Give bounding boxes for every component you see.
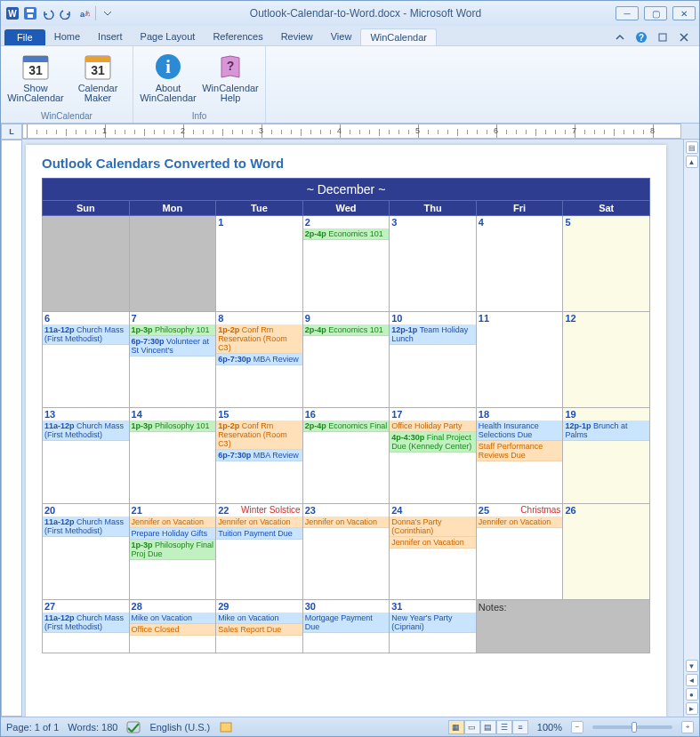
calendar-event[interactable]: Health Insurance Selections Due: [477, 421, 563, 441]
wincalendar-help-button[interactable]: ? WinCalendarHelp: [203, 50, 258, 110]
calendar-event[interactable]: Prepare Holiday Gifts: [130, 528, 216, 540]
calendar-event[interactable]: 4p-4:30p Final Project Due (Kennedy Cent…: [390, 432, 476, 453]
vertical-scrollbar[interactable]: ▤ ▲ ▼ ◄ ● ►: [683, 140, 699, 717]
calendar-event[interactable]: Mike on Vacation: [130, 613, 216, 624]
calendar-cell[interactable]: 1912p-1p Brunch at Palms: [563, 408, 650, 504]
tab-view[interactable]: View: [322, 28, 361, 45]
ruler-toggle-icon[interactable]: ▤: [686, 141, 698, 154]
calendar-event[interactable]: 12p-1p Team Holiday Lunch: [390, 324, 476, 345]
calendar-event[interactable]: Mike on Vacation: [216, 613, 302, 624]
notes-cell[interactable]: Notes:: [476, 600, 649, 653]
zoom-level[interactable]: 100%: [537, 722, 562, 733]
calendar-cell[interactable]: 21Jennifer on VacationPrepare Holiday Gi…: [129, 504, 216, 600]
prev-page-icon[interactable]: ◄: [686, 674, 698, 686]
calendar-cell[interactable]: 71p-3p Philosophy 1016p-7:30p Volunteer …: [129, 312, 216, 408]
calendar-event[interactable]: 12p-1p Brunch at Palms: [563, 421, 649, 441]
help-icon[interactable]: ?: [633, 29, 649, 45]
calendar-cell[interactable]: 26: [563, 504, 650, 600]
outline-view[interactable]: ☰: [496, 720, 512, 734]
page-status[interactable]: Page: 1 of 1: [6, 722, 59, 733]
undo-icon[interactable]: [40, 5, 56, 21]
minimize-button[interactable]: ─: [616, 6, 639, 20]
calendar-cell[interactable]: 11: [476, 312, 563, 408]
scroll-up-icon[interactable]: ▲: [686, 156, 698, 168]
calendar-event[interactable]: 11a-12p Church Mass (First Methodist): [43, 613, 129, 633]
redo-icon[interactable]: [58, 5, 74, 21]
calendar-event[interactable]: 1p-3p Philosophy 101: [130, 324, 216, 336]
calendar-event[interactable]: 1p-2p Conf Rm Reservation (Room C3): [216, 324, 302, 354]
calendar-event[interactable]: Jennifer on Vacation: [303, 517, 390, 528]
calendar-cell[interactable]: 25ChristmasJennifer on Vacation: [476, 504, 563, 600]
fullscreen-view[interactable]: ▭: [464, 720, 480, 734]
horizontal-ruler[interactable]: 12345678: [22, 124, 681, 139]
calendar-cell[interactable]: 81p-2p Conf Rm Reservation (Room C3)6p-7…: [216, 312, 303, 408]
calendar-event[interactable]: 11a-12p Church Mass (First Methodist): [43, 517, 129, 537]
calendar-event[interactable]: 6p-7:30p MBA Review: [216, 450, 302, 461]
calendar-cell[interactable]: 162p-4p Economics Final: [302, 408, 390, 504]
close-button[interactable]: ✕: [672, 6, 696, 20]
calendar-event[interactable]: Mortgage Payment Due: [303, 613, 390, 633]
calendar-cell[interactable]: 611a-12p Church Mass (First Methodist): [43, 312, 130, 408]
calendar-event[interactable]: 11a-12p Church Mass (First Methodist): [43, 421, 129, 441]
calendar-cell[interactable]: 1311a-12p Church Mass (First Methodist): [43, 408, 130, 504]
calendar-cell[interactable]: 141p-3p Philosophy 101: [129, 408, 216, 504]
calendar-cell[interactable]: 12: [563, 312, 650, 408]
calendar-cell[interactable]: 28Mike on VacationOffice Closed: [129, 600, 216, 653]
calendar-event[interactable]: 6p-7:30p Volunteer at St Vincent's: [130, 336, 216, 356]
calendar-cell[interactable]: 2011a-12p Church Mass (First Methodist): [43, 504, 130, 600]
calendar-event[interactable]: Staff Performance Reviews Due: [477, 441, 563, 461]
calendar-event[interactable]: Office Holiday Party: [390, 421, 476, 432]
calendar-cell[interactable]: 22p-4p Economics 101: [302, 216, 390, 312]
calendar-cell[interactable]: 31New Year's Party (Cipriani): [390, 600, 477, 653]
calendar-cell[interactable]: 18Health Insurance Selections DueStaff P…: [476, 408, 563, 504]
calendar-event[interactable]: 2p-4p Economics Final: [303, 421, 390, 432]
word-icon[interactable]: W: [4, 5, 20, 21]
show-wincalendar-button[interactable]: 31 ShowWinCalendar: [8, 50, 63, 110]
calendar-event[interactable]: 1p-2p Conf Rm Reservation (Room C3): [216, 421, 302, 450]
calendar-cell[interactable]: 92p-4p Economics 101: [302, 312, 390, 408]
ribbon-close-icon[interactable]: [676, 29, 692, 45]
scroll-down-icon[interactable]: ▼: [686, 660, 698, 672]
language-icon[interactable]: aあ: [76, 5, 92, 21]
language-status[interactable]: English (U.S.): [149, 722, 210, 733]
word-count[interactable]: Words: 180: [68, 722, 117, 733]
calendar-event[interactable]: 1p-3p Philosophy Final Proj Due: [130, 540, 216, 560]
calendar-event[interactable]: Jennifer on Vacation: [390, 537, 476, 549]
calendar-cell[interactable]: 29Mike on VacationSales Report Due: [216, 600, 303, 653]
calendar-maker-button[interactable]: 31 CalendarMaker: [70, 50, 125, 110]
calendar-cell[interactable]: 17Office Holiday Party4p-4:30p Final Pro…: [390, 408, 477, 504]
calendar-event[interactable]: 11a-12p Church Mass (First Methodist): [43, 324, 129, 345]
print-layout-view[interactable]: ▦: [448, 720, 464, 734]
tab-wincalendar[interactable]: WinCalendar: [360, 28, 437, 45]
tab-selector[interactable]: L: [1, 124, 22, 140]
calendar-cell[interactable]: 23Jennifer on Vacation: [302, 504, 390, 600]
browse-object-icon[interactable]: ●: [686, 688, 698, 701]
calendar-cell[interactable]: 30Mortgage Payment Due: [302, 600, 390, 653]
calendar-cell[interactable]: 1: [216, 216, 303, 312]
save-icon[interactable]: [22, 5, 38, 21]
ribbon-restore-icon[interactable]: [655, 29, 671, 45]
calendar-event[interactable]: Office Closed: [130, 624, 216, 636]
calendar-event[interactable]: Donna's Party (Corinthian): [390, 517, 476, 537]
zoom-slider[interactable]: [592, 725, 672, 729]
calendar-cell[interactable]: [129, 216, 216, 312]
calendar-cell[interactable]: 24Donna's Party (Corinthian)Jennifer on …: [390, 504, 477, 600]
qat-customize-icon[interactable]: [100, 5, 116, 21]
file-tab[interactable]: File: [4, 29, 45, 45]
ribbon-minimize-icon[interactable]: [612, 29, 628, 45]
about-wincalendar-button[interactable]: i AboutWinCalendar: [141, 50, 196, 110]
zoom-out-icon[interactable]: −: [571, 721, 583, 733]
calendar-event[interactable]: 6p-7:30p MBA Review: [216, 354, 302, 365]
tab-references[interactable]: References: [204, 28, 271, 45]
tab-review[interactable]: Review: [272, 28, 322, 45]
calendar-event[interactable]: Jennifer on Vacation: [216, 517, 302, 528]
insert-mode-icon[interactable]: [219, 721, 233, 733]
calendar-cell[interactable]: 3: [390, 216, 477, 312]
calendar-event[interactable]: 1p-3p Philosophy 101: [130, 421, 216, 432]
calendar-event[interactable]: New Year's Party (Cipriani): [390, 613, 476, 633]
tab-page-layout[interactable]: Page Layout: [132, 28, 205, 45]
calendar-event[interactable]: Tuition Payment Due: [216, 528, 302, 540]
calendar-event[interactable]: Jennifer on Vacation: [130, 517, 216, 528]
calendar-cell[interactable]: 1012p-1p Team Holiday Lunch: [390, 312, 477, 408]
calendar-cell[interactable]: 5: [563, 216, 650, 312]
